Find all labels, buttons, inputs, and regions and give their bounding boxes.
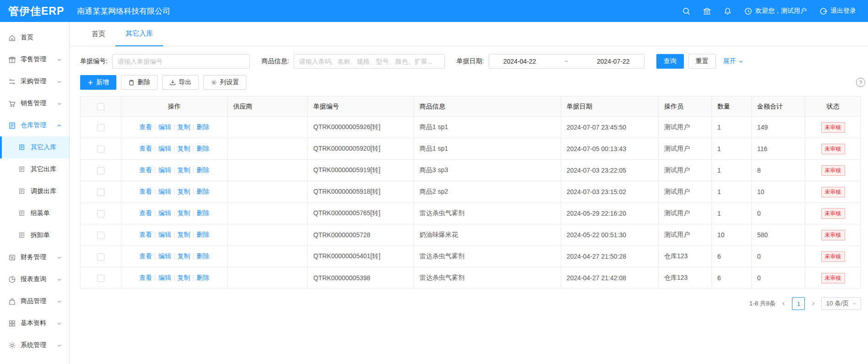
sidebar-item-transfer-outbound[interactable]: 调拨出库 bbox=[0, 180, 69, 202]
help-icon[interactable]: ? bbox=[856, 78, 865, 87]
sidebar-item-label: 仓库管理 bbox=[21, 121, 46, 130]
sidebar-item-other-inbound[interactable]: 其它入库 bbox=[0, 136, 69, 158]
copy-link[interactable]: 复制 bbox=[177, 274, 190, 281]
row-checkbox[interactable] bbox=[97, 275, 104, 282]
sidebar-item-sales[interactable]: 销售管理 bbox=[0, 92, 69, 114]
sidebar-item-label: 商品管理 bbox=[21, 297, 46, 305]
date-from[interactable]: 2024-04-22 bbox=[503, 58, 536, 65]
copy-link[interactable]: 复制 bbox=[177, 166, 190, 174]
copy-link[interactable]: 复制 bbox=[177, 188, 190, 195]
cell-supplier bbox=[228, 224, 308, 246]
delete-link[interactable]: 删除 bbox=[197, 231, 209, 238]
row-checkbox[interactable] bbox=[97, 189, 104, 196]
sidebar-item-basic-data[interactable]: 基本资料 bbox=[0, 312, 69, 334]
bank-icon[interactable] bbox=[703, 7, 711, 15]
col-supplier: 供应商 bbox=[228, 97, 308, 117]
sidebar-item-finance[interactable]: 财务管理 bbox=[0, 246, 69, 268]
chevron-down-icon bbox=[57, 277, 62, 282]
edit-link[interactable]: 编辑 bbox=[158, 231, 171, 238]
inbound-table: 操作 供应商 单据编号 商品信息 单据日期 操作员 数量 金额合计 状态 查看 bbox=[80, 96, 861, 289]
sidebar-item-assembly[interactable]: 组装单 bbox=[0, 202, 69, 224]
delete-link[interactable]: 删除 bbox=[197, 188, 209, 195]
reset-button[interactable]: 重置 bbox=[688, 54, 716, 69]
select-all-checkbox[interactable] bbox=[97, 103, 104, 110]
copy-link[interactable]: 复制 bbox=[177, 123, 190, 130]
prev-page-icon[interactable] bbox=[781, 301, 786, 306]
cell-qty: 1 bbox=[712, 138, 752, 160]
page-size-select[interactable]: 10 条/页 bbox=[821, 297, 861, 310]
edit-link[interactable]: 编辑 bbox=[158, 145, 171, 152]
search-button[interactable]: 查询 bbox=[656, 54, 684, 69]
sidebar-item-disassembly[interactable]: 拆卸单 bbox=[0, 224, 69, 246]
edit-link[interactable]: 编辑 bbox=[158, 252, 171, 260]
view-link[interactable]: 查看 bbox=[139, 231, 152, 238]
gear-icon bbox=[8, 342, 16, 349]
row-checkbox[interactable] bbox=[97, 253, 104, 261]
view-link[interactable]: 查看 bbox=[139, 252, 152, 260]
tab-home[interactable]: 首页 bbox=[82, 22, 115, 46]
delete-link[interactable]: 删除 bbox=[197, 274, 209, 281]
user-welcome[interactable]: 欢迎您，测试用户 bbox=[744, 7, 807, 15]
row-checkbox[interactable] bbox=[97, 232, 104, 239]
edit-link[interactable]: 编辑 bbox=[158, 274, 171, 281]
view-link[interactable]: 查看 bbox=[139, 123, 152, 130]
sidebar-item-home[interactable]: 首页 bbox=[0, 27, 69, 49]
cell-amount: 8 bbox=[752, 160, 805, 181]
date-to[interactable]: 2024-07-22 bbox=[597, 58, 630, 65]
row-checkbox[interactable] bbox=[97, 210, 104, 217]
edit-link[interactable]: 编辑 bbox=[158, 123, 171, 130]
cell-supplier bbox=[228, 160, 308, 181]
bell-icon[interactable] bbox=[724, 7, 732, 15]
delete-link[interactable]: 删除 bbox=[197, 209, 209, 217]
table-row: 查看|编辑|复制|删除 QTRK00000005919[转] 商品3 sp3 2… bbox=[81, 160, 861, 181]
delete-button[interactable]: 删除 bbox=[121, 75, 158, 90]
status-badge: 未审核 bbox=[821, 144, 845, 154]
view-link[interactable]: 查看 bbox=[139, 145, 152, 152]
doc-no-input[interactable] bbox=[112, 54, 250, 69]
sidebar-item-system[interactable]: 系统管理 bbox=[0, 334, 69, 356]
copy-link[interactable]: 复制 bbox=[177, 145, 190, 152]
view-link[interactable]: 查看 bbox=[139, 188, 152, 195]
delete-link[interactable]: 删除 bbox=[197, 252, 209, 260]
delete-link[interactable]: 删除 bbox=[197, 123, 209, 130]
tab-other-inbound[interactable]: 其它入库 bbox=[115, 22, 163, 46]
copy-link[interactable]: 复制 bbox=[177, 209, 190, 217]
edit-link[interactable]: 编辑 bbox=[158, 166, 171, 174]
row-checkbox[interactable] bbox=[97, 124, 104, 131]
expand-toggle[interactable]: 展开 bbox=[723, 57, 743, 65]
sidebar-item-purchase[interactable]: 采购管理 bbox=[0, 71, 69, 92]
sidebar-item-warehouse[interactable]: 仓库管理 bbox=[0, 114, 69, 136]
row-checkbox[interactable] bbox=[97, 146, 104, 153]
edit-link[interactable]: 编辑 bbox=[158, 209, 171, 217]
export-label: 导出 bbox=[179, 78, 191, 87]
delete-link[interactable]: 删除 bbox=[197, 166, 209, 174]
date-range-picker[interactable]: 2024-04-22 ~ 2024-07-22 bbox=[489, 54, 644, 69]
sidebar-item-other-outbound[interactable]: 其它出库 bbox=[0, 158, 69, 180]
column-settings-button[interactable]: 列设置 bbox=[203, 75, 246, 90]
copy-link[interactable]: 复制 bbox=[177, 252, 190, 260]
cell-supplier bbox=[228, 181, 308, 203]
add-button[interactable]: 新增 bbox=[80, 75, 116, 90]
cell-qty: 1 bbox=[712, 181, 752, 203]
copy-link[interactable]: 复制 bbox=[177, 231, 190, 238]
product-input[interactable] bbox=[294, 54, 445, 69]
sidebar-item-reports[interactable]: 报表查询 bbox=[0, 268, 69, 290]
view-link[interactable]: 查看 bbox=[139, 209, 152, 217]
next-page-icon[interactable] bbox=[810, 301, 816, 306]
search-icon[interactable] bbox=[682, 7, 690, 15]
row-checkbox[interactable] bbox=[97, 167, 104, 174]
chevron-up-icon bbox=[57, 123, 62, 128]
view-link[interactable]: 查看 bbox=[139, 166, 152, 174]
delete-link[interactable]: 删除 bbox=[197, 145, 209, 152]
chevron-down-icon bbox=[57, 255, 62, 260]
edit-link[interactable]: 编辑 bbox=[158, 188, 171, 195]
logout-button[interactable]: 退出登录 bbox=[819, 7, 856, 15]
page-number[interactable]: 1 bbox=[792, 297, 805, 310]
export-button[interactable]: 导出 bbox=[162, 75, 199, 90]
view-link[interactable]: 查看 bbox=[139, 274, 152, 281]
cell-date: 2024-04-27 21:42:08 bbox=[561, 267, 659, 289]
col-doc-no: 单据编号 bbox=[308, 97, 414, 117]
sidebar-item-label: 零售管理 bbox=[21, 55, 46, 64]
sidebar-item-goods[interactable]: 商品管理 bbox=[0, 290, 69, 312]
sidebar-item-retail[interactable]: 零售管理 bbox=[0, 49, 69, 71]
